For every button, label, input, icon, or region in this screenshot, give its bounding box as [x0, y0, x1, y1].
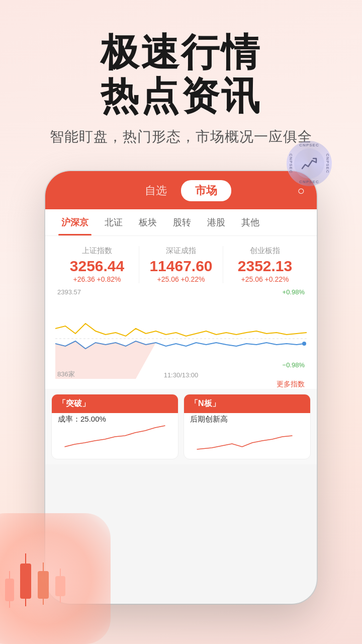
- card-title-0: 「突破」: [52, 394, 178, 413]
- hero-subtitle: 智能盯盘，热门形态，市场概况一应俱全: [20, 127, 342, 146]
- chart-area: 2393.57 +0.98% −0.98% 11:30/13:00: [55, 288, 307, 389]
- tab-bar: 沪深京 北证 板块 股转 港股 其他: [45, 209, 317, 236]
- watermark-inner: [294, 148, 324, 179]
- index-change-0: +26.36 +0.82%: [55, 275, 139, 283]
- tab-qita[interactable]: 其他: [233, 209, 267, 235]
- tab-guzhuang[interactable]: 股转: [165, 209, 199, 235]
- hero-title-line2: 热点资讯: [101, 74, 261, 117]
- market-content: 上证指数 3256.44 +26.36 +0.82% 深证成指 11467.60…: [45, 236, 317, 389]
- card-tupo[interactable]: 「突破」 成率：25.00%: [51, 394, 178, 459]
- tab-bankuai[interactable]: 板块: [131, 209, 165, 235]
- watermark-text-top: CNPSEC: [299, 143, 319, 147]
- index-row: 上证指数 3256.44 +26.36 +0.82% 深证成指 11467.60…: [55, 246, 307, 283]
- index-value-1: 11467.60: [139, 258, 223, 274]
- app-nav: 自选 市场 ○: [57, 180, 305, 209]
- app-header: 自选 市场 ○: [45, 171, 317, 209]
- card-sparkline-0: [52, 422, 178, 454]
- chart-top-left-label: 2393.57: [57, 288, 81, 296]
- hero-title-line1: 极速行情: [101, 31, 261, 73]
- hero-section: 极速行情 热点资讯 智能盯盘，热门形态，市场概况一应俱全: [0, 0, 362, 162]
- candle-svg: [0, 528, 96, 629]
- index-change-1: +25.06 +0.22%: [139, 275, 223, 283]
- chart-top-right-label: +0.98%: [283, 288, 305, 296]
- watermark-text-right: CNPSEC: [325, 153, 330, 173]
- chart-svg: [55, 298, 307, 379]
- index-shenzhen: 深证成指 11467.60 +25.06 +0.22%: [139, 246, 223, 283]
- svg-rect-9: [55, 576, 65, 596]
- tab-hushen[interactable]: 沪深京: [53, 209, 97, 235]
- search-icon[interactable]: ○: [298, 184, 305, 198]
- chart-count-label: 836家: [57, 370, 75, 379]
- watermark-text-bottom: CNPSEC: [299, 180, 319, 184]
- more-index-link[interactable]: 更多指数: [277, 380, 305, 389]
- hero-title: 极速行情 热点资讯: [20, 30, 342, 118]
- nav-shichang[interactable]: 市场: [181, 180, 231, 201]
- svg-rect-3: [20, 564, 31, 599]
- stock-icon: [300, 154, 318, 173]
- nav-zixuan[interactable]: 自选: [131, 180, 181, 201]
- card-nban[interactable]: 「N板」 后期创新高: [184, 394, 311, 459]
- index-value-0: 3256.44: [55, 258, 139, 274]
- index-chuangye: 创业板指 2352.13 +25.06 +0.22%: [223, 246, 307, 283]
- svg-rect-6: [38, 571, 49, 599]
- index-shangzheng: 上证指数 3256.44 +26.36 +0.82%: [55, 246, 139, 283]
- card-title-1: 「N板」: [184, 394, 310, 413]
- card-sparkline-1: [184, 422, 310, 454]
- tab-bezheng[interactable]: 北证: [97, 209, 131, 235]
- index-label-0: 上证指数: [55, 246, 139, 256]
- index-value-2: 2352.13: [223, 258, 307, 274]
- tab-ganggu[interactable]: 港股: [199, 209, 233, 235]
- candle-decoration: [0, 488, 126, 644]
- index-label-1: 深证成指: [139, 246, 223, 256]
- svg-point-1: [302, 342, 306, 346]
- candle-bg: [0, 513, 111, 644]
- chart-time-label: 11:30/13:00: [164, 371, 199, 379]
- index-label-2: 创业板指: [223, 246, 307, 256]
- watermark-badge: CNPSEC CNPSEC CNPSEC CNPSEC: [287, 141, 332, 186]
- index-change-2: +25.06 +0.22%: [223, 275, 307, 283]
- bottom-cards: 「突破」 成率：25.00% 「N板」 后期创新高: [45, 389, 317, 464]
- watermark-text-left: CNPSEC: [289, 153, 293, 173]
- svg-rect-12: [5, 579, 14, 601]
